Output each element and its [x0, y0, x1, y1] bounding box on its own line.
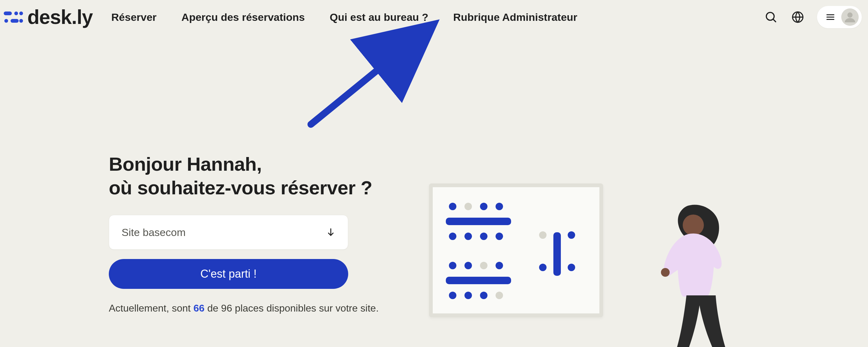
available-count: 66	[193, 303, 205, 314]
svg-point-12	[847, 12, 853, 18]
svg-point-15	[683, 215, 704, 236]
walking-person-icon	[653, 202, 734, 347]
nav-admin[interactable]: Rubrique Administrateur	[453, 11, 577, 23]
nav-overview[interactable]: Aperçu des réservations	[182, 11, 305, 23]
nav-reserve[interactable]: Réserver	[111, 11, 157, 23]
svg-point-5	[19, 19, 23, 23]
greeting-line2: où souhaitez-vous réserver ?	[109, 177, 372, 198]
search-button[interactable]	[764, 10, 778, 25]
svg-point-3	[4, 19, 8, 23]
svg-rect-0	[4, 11, 12, 15]
app-header: desk.ly Réserver Aperçu des réservations…	[0, 0, 868, 34]
svg-rect-4	[10, 19, 19, 23]
site-select-value: Site basecom	[122, 226, 186, 239]
svg-point-2	[19, 11, 23, 15]
go-button[interactable]: C'est parti !	[109, 259, 348, 289]
brand-name: desk.ly	[27, 6, 93, 29]
primary-nav: Réserver Aperçu des réservations Qui est…	[111, 11, 577, 23]
svg-point-16	[661, 268, 670, 277]
greeting-heading: Bonjour Hannah, où souhaitez-vous réserv…	[109, 152, 868, 199]
profile-menu[interactable]	[817, 6, 862, 28]
svg-point-1	[14, 11, 18, 15]
site-select[interactable]: Site basecom	[109, 215, 348, 250]
svg-line-7	[773, 19, 776, 22]
greeting-line1: Bonjour Hannah,	[109, 153, 262, 175]
hamburger-icon	[825, 12, 836, 22]
search-icon	[765, 11, 777, 23]
brand-mark-icon	[4, 10, 24, 25]
nav-who[interactable]: Qui est au bureau ?	[330, 11, 428, 23]
arrow-down-icon	[326, 228, 336, 237]
hero-illustration	[429, 177, 755, 347]
avatar	[841, 8, 859, 26]
person-icon	[844, 11, 856, 23]
floorplan-icon	[429, 184, 603, 317]
language-button[interactable]	[790, 10, 805, 25]
globe-icon	[792, 11, 804, 23]
brand-logo[interactable]: desk.ly	[4, 6, 93, 29]
main-content: Bonjour Hannah, où souhaitez-vous réserv…	[0, 34, 868, 314]
header-actions	[764, 6, 862, 28]
availability-status: Actuellement, sont 66 de 96 places dispo…	[109, 303, 868, 314]
